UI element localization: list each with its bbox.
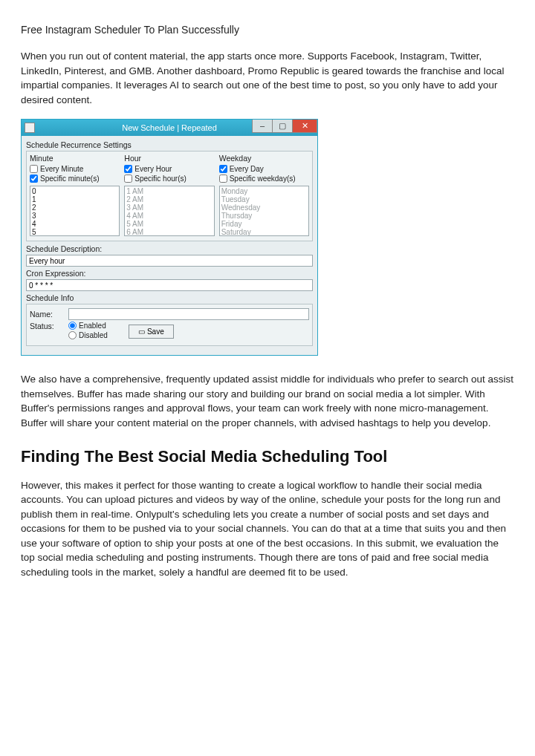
list-item[interactable]: 3 — [32, 212, 117, 220]
cron-label: Cron Expression: — [26, 269, 313, 278]
list-item: 1 AM — [126, 187, 212, 195]
body-paragraph: When you run out of content material, th… — [21, 49, 514, 107]
cron-input[interactable] — [26, 279, 313, 291]
minute-column: Minute Every Minute Specific minute(s) 0… — [30, 154, 120, 236]
status-label: Status: — [30, 322, 62, 330]
list-item: 2 AM — [126, 195, 212, 203]
hour-column: Hour Every Hour Specific hour(s) 1 AM 2 … — [124, 154, 214, 236]
maximize-button[interactable]: ▢ — [272, 120, 293, 133]
description-input[interactable] — [26, 255, 313, 267]
hour-heading: Hour — [124, 154, 214, 163]
every-hour-checkbox[interactable]: Every Hour — [124, 165, 214, 173]
list-item: 6 AM — [126, 228, 212, 236]
app-icon — [25, 123, 35, 133]
minimize-button[interactable]: – — [252, 120, 273, 133]
list-item: 3 AM — [126, 203, 212, 212]
save-icon: ▭ — [138, 328, 145, 336]
list-item: Friday — [221, 220, 307, 228]
body-paragraph: However, this makes it perfect for those… — [21, 478, 514, 580]
minute-listbox[interactable]: 0 1 2 3 4 5 6 — [30, 186, 120, 236]
specific-minutes-checkbox[interactable]: Specific minute(s) — [30, 175, 120, 183]
disabled-radio[interactable]: Disabled — [68, 331, 108, 339]
list-item: Monday — [221, 187, 307, 195]
list-item[interactable]: 0 — [32, 187, 117, 195]
window-controls: – ▢ ✕ — [253, 120, 317, 133]
recurrence-group: Minute Every Minute Specific minute(s) 0… — [26, 151, 313, 241]
list-item[interactable]: 5 — [32, 228, 117, 236]
page-title: Free Instagram Scheduler To Plan Success… — [21, 24, 514, 36]
dialog-titlebar: New Schedule | Repeated – ▢ ✕ — [22, 120, 317, 136]
specific-weekdays-checkbox[interactable]: Specific weekday(s) — [219, 175, 309, 183]
save-button[interactable]: ▭ Save — [129, 325, 174, 339]
list-item[interactable]: 1 — [32, 195, 117, 203]
name-label: Name: — [30, 310, 62, 319]
list-item: Wednesday — [221, 203, 307, 212]
section-heading: Finding The Best Social Media Scheduling… — [21, 447, 514, 466]
list-item: 5 AM — [126, 220, 212, 228]
every-minute-checkbox[interactable]: Every Minute — [30, 165, 120, 173]
specific-hours-checkbox[interactable]: Specific hour(s) — [124, 175, 214, 183]
every-day-checkbox[interactable]: Every Day — [219, 165, 309, 173]
list-item: Saturday — [221, 228, 307, 236]
recurrence-label: Schedule Recurrence Settings — [26, 140, 313, 149]
weekday-column: Weekday Every Day Specific weekday(s) Mo… — [219, 154, 309, 236]
list-item: Tuesday — [221, 195, 307, 203]
description-label: Schedule Description: — [26, 244, 313, 253]
schedule-dialog: New Schedule | Repeated – ▢ ✕ Schedule R… — [21, 119, 318, 356]
info-group: Name: Status: Enabled Disabled ▭ Save — [26, 304, 313, 346]
weekday-listbox[interactable]: Monday Tuesday Wednesday Thursday Friday… — [219, 186, 309, 236]
minute-heading: Minute — [30, 154, 120, 163]
list-item: Thursday — [221, 212, 307, 220]
name-input[interactable] — [68, 308, 309, 320]
enabled-radio[interactable]: Enabled — [68, 322, 108, 330]
close-button[interactable]: ✕ — [292, 120, 317, 133]
list-item[interactable]: 2 — [32, 203, 117, 212]
hour-listbox[interactable]: 1 AM 2 AM 3 AM 4 AM 5 AM 6 AM — [124, 186, 214, 236]
body-paragraph: We also have a comprehensive, frequently… — [21, 372, 514, 430]
dialog-title: New Schedule | Repeated — [122, 123, 217, 132]
list-item: 4 AM — [126, 212, 212, 220]
dialog-body: Schedule Recurrence Settings Minute Ever… — [22, 136, 317, 355]
info-label: Schedule Info — [26, 293, 313, 302]
list-item[interactable]: 4 — [32, 220, 117, 228]
weekday-heading: Weekday — [219, 154, 309, 163]
